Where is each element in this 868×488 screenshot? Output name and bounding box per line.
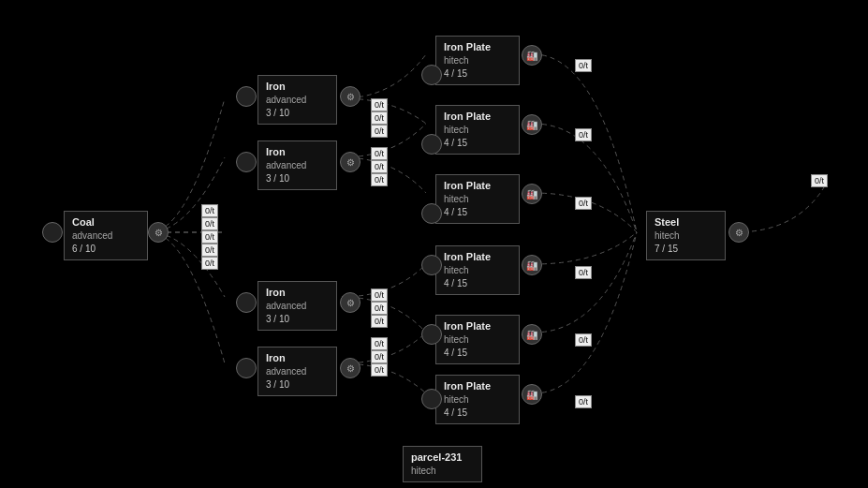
badge-plate3-steel: 0/t [575,197,592,210]
iron1-node[interactable]: Iron advanced 3 / 10 [257,75,337,125]
plate3-icon: 🏭 [522,184,542,204]
coal-count: 6 / 10 [72,243,140,256]
iron1-icon: ⚙ [340,86,360,107]
iron3-circle [236,292,257,313]
coal-sub: advanced [72,229,140,243]
coal-node[interactable]: Coal advanced 6 / 10 [64,211,148,260]
iron2-icon: ⚙ [340,152,360,172]
badge-iron3-out2: 0/t [371,302,388,315]
coal-title: Coal [72,215,140,229]
plate1-title: Iron Plate [444,40,511,54]
badge-iron2-out1: 0/t [371,147,388,160]
plate3-count: 4 / 15 [444,206,511,219]
badge-plate2-steel: 0/t [575,128,592,141]
plate5-count: 4 / 15 [444,347,511,360]
iron3-node[interactable]: Iron advanced 3 / 10 [257,281,337,331]
plate4-sub: hitech [444,264,511,277]
iron4-title: Iron [266,351,329,365]
iron2-circle [236,152,257,172]
plate1-sub: hitech [444,54,511,67]
iron4-icon: ⚙ [340,358,360,378]
plate5-sub: hitech [444,333,511,347]
plate4-title: Iron Plate [444,250,511,264]
steel-count: 7 / 15 [655,243,717,256]
iron3-icon: ⚙ [340,292,360,313]
iron3-sub: advanced [266,300,329,313]
conn-circle-4 [421,255,442,275]
plate1-icon: 🏭 [522,45,542,66]
steel-title: Steel [655,215,717,229]
badge-steel-out: 0/t [811,174,828,187]
badge-mid3: 0/t [201,230,218,244]
badge-mid1: 0/t [201,204,218,217]
badge-iron1-out1: 0/t [371,98,388,111]
parcel-sub: hitech [411,465,474,478]
badge-plate6-steel: 0/t [575,395,592,408]
plate3-sub: hitech [444,193,511,206]
plate5-icon: 🏭 [522,324,542,345]
plate6-sub: hitech [444,393,511,407]
plate3-node[interactable]: Iron Plate hitech 4 / 15 [435,174,520,224]
badge-iron3-out1: 0/t [371,288,388,302]
plate2-node[interactable]: Iron Plate hitech 4 / 15 [435,105,520,155]
badge-iron2-out2: 0/t [371,160,388,173]
conn-circle-2 [421,134,442,155]
coal-icon: ⚙ [148,222,169,243]
iron1-title: Iron [266,80,329,94]
conn-circle-3 [421,203,442,224]
plate2-sub: hitech [444,124,511,137]
iron2-sub: advanced [266,159,329,172]
plate6-count: 4 / 15 [444,407,511,420]
badge-mid2: 0/t [201,217,218,230]
iron1-sub: advanced [266,94,329,107]
iron2-title: Iron [266,145,329,159]
plate5-node[interactable]: Iron Plate hitech 4 / 15 [435,315,520,364]
parcel-title: parcel-231 [411,451,474,465]
badge-iron4-out1: 0/t [371,337,388,350]
parcel-node[interactable]: parcel-231 hitech [403,446,482,482]
badge-iron2-out3: 0/t [371,173,388,186]
iron2-count: 3 / 10 [266,172,329,185]
badge-mid4: 0/t [201,244,218,257]
steel-icon: ⚙ [728,222,749,243]
steel-node[interactable]: Steel hitech 7 / 15 [646,211,726,260]
plate2-count: 4 / 15 [444,137,511,150]
badge-plate1-steel: 0/t [575,59,592,72]
plate4-node[interactable]: Iron Plate hitech 4 / 15 [435,245,520,295]
iron4-sub: advanced [266,365,329,378]
main-canvas: Coal advanced 6 / 10 ⚙ Iron advanced 3 /… [0,0,868,488]
plate1-count: 4 / 15 [444,67,511,81]
badge-iron4-out3: 0/t [371,363,388,377]
plate2-title: Iron Plate [444,110,511,124]
iron4-count: 3 / 10 [266,378,329,392]
plate6-node[interactable]: Iron Plate hitech 4 / 15 [435,375,520,424]
iron4-node[interactable]: Iron advanced 3 / 10 [257,347,337,396]
iron2-node[interactable]: Iron advanced 3 / 10 [257,140,337,190]
steel-sub: hitech [655,229,717,243]
badge-plate4-steel: 0/t [575,266,592,279]
iron4-circle [236,358,257,378]
plate6-icon: 🏭 [522,384,542,405]
badge-iron4-out2: 0/t [371,350,388,363]
plate6-title: Iron Plate [444,379,511,393]
coal-circle [42,222,63,243]
iron1-circle [236,86,257,107]
plate4-count: 4 / 15 [444,277,511,290]
badge-iron1-out2: 0/t [371,111,388,125]
badge-iron1-out3: 0/t [371,125,388,138]
plate4-icon: 🏭 [522,255,542,275]
badge-iron3-out3: 0/t [371,315,388,328]
conn-circle-5 [421,324,442,345]
iron3-title: Iron [266,286,329,300]
iron3-count: 3 / 10 [266,313,329,326]
badge-mid5: 0/t [201,257,218,270]
conn-circle-6 [421,389,442,409]
plate1-node[interactable]: Iron Plate hitech 4 / 15 [435,36,520,85]
badge-plate5-steel: 0/t [575,333,592,347]
conn-circle-1 [421,65,442,85]
plate2-icon: 🏭 [522,114,542,135]
plate5-title: Iron Plate [444,319,511,333]
iron1-count: 3 / 10 [266,107,329,120]
plate3-title: Iron Plate [444,179,511,193]
